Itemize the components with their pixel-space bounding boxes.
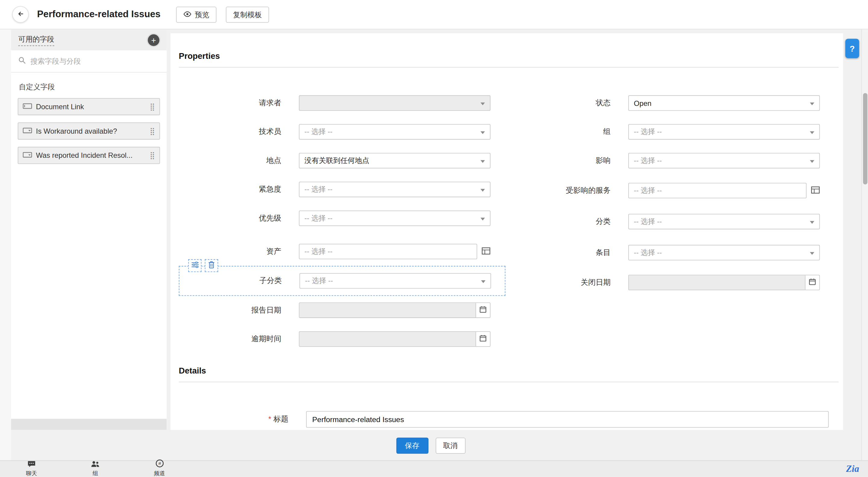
closed-date-input [628, 275, 820, 290]
chevron-down-icon [480, 189, 485, 191]
field-label: 资产 [179, 246, 281, 257]
form-row-affected-services: 受影响的服务 -- 选择 -- [508, 175, 821, 206]
chevron-down-icon [810, 131, 814, 134]
reported-date-input [299, 303, 490, 318]
urgency-select[interactable]: -- 选择 -- [299, 182, 490, 197]
form-row-reported-date: 报告日期 [179, 296, 491, 324]
chevron-down-icon [810, 160, 814, 163]
form-row-status: 状态 Open [508, 89, 821, 117]
asset-lookup[interactable]: -- 选择 -- [299, 244, 477, 259]
left-margin-strip [0, 29, 11, 460]
svg-text:#: # [158, 461, 161, 466]
calendar-button[interactable] [805, 275, 819, 290]
field-label: 状态 [508, 98, 611, 108]
field-label: 技术员 [179, 127, 281, 137]
field-label: 受影响的服务 [508, 185, 611, 196]
calendar-button[interactable] [475, 303, 490, 318]
eye-icon [183, 10, 192, 19]
back-button[interactable] [12, 6, 29, 23]
dock-item-label: 聊天 [26, 470, 37, 476]
asset-resource-picker-button[interactable] [481, 247, 491, 256]
status-select[interactable]: Open [628, 95, 820, 111]
impact-select[interactable]: -- 选择 -- [628, 153, 820, 168]
field-chip-label: Was reported Incident Resol... [36, 151, 146, 159]
calendar-button[interactable] [475, 332, 490, 346]
form-row-title: *标题 [179, 411, 829, 427]
form-row-closed-date: 关闭日期 [508, 268, 821, 297]
form-row-category: 分类 -- 选择 -- [508, 206, 821, 237]
title-input[interactable] [306, 411, 829, 427]
template-editor-page: Performance-related Issues 预览 复制模板 可用的字段… [0, 0, 868, 477]
resource-picker-icon [481, 247, 490, 256]
site-select[interactable]: 没有关联到任何地点 [299, 153, 490, 168]
group-select[interactable]: -- 选择 -- [628, 124, 820, 139]
cancel-button[interactable]: 取消 [435, 438, 465, 454]
field-settings-button[interactable] [188, 259, 202, 272]
field-chip-document-link[interactable]: Document Link ⣿ [18, 98, 160, 115]
delete-field-button[interactable] [205, 259, 218, 272]
subcategory-select[interactable]: -- 选择 -- [299, 273, 491, 289]
priority-select[interactable]: -- 选择 -- [299, 211, 490, 226]
field-label: 报告日期 [179, 305, 281, 315]
topbar: Performance-related Issues 预览 复制模板 [0, 0, 868, 29]
affected-services-lookup[interactable]: -- 选择 -- [628, 183, 806, 198]
drag-handle[interactable]: ⣿ [150, 152, 155, 159]
form-row-group: 组 -- 选择 -- [508, 117, 821, 146]
technician-select[interactable]: -- 选择 -- [299, 124, 490, 139]
form-canvas: Properties 请求者 技术员 -- 选择 -- [170, 33, 843, 430]
field-label: 紧急度 [179, 184, 281, 194]
selected-field-wrapper[interactable]: 子分类 -- 选择 -- [179, 266, 505, 296]
date-field [629, 275, 805, 290]
add-field-button[interactable]: + [148, 34, 159, 46]
chevron-down-icon [810, 102, 814, 105]
form-row-technician: 技术员 -- 选择 -- [179, 117, 491, 146]
chevron-down-icon [481, 280, 486, 283]
field-label: 子分类 [179, 276, 282, 286]
channel-icon: # [155, 459, 164, 470]
back-arrow-icon [16, 9, 25, 20]
zia-logo[interactable]: Zia [846, 464, 859, 475]
sidebar-header: 可用的字段 + [11, 29, 167, 50]
preview-button-label: 预览 [195, 10, 209, 20]
pick-list-icon [23, 151, 32, 160]
copy-template-button[interactable]: 复制模板 [226, 7, 269, 23]
field-settings-icon [191, 262, 198, 270]
drag-handle[interactable]: ⣿ [150, 127, 155, 135]
required-asterisk: * [268, 415, 271, 423]
preview-button[interactable]: 预览 [176, 7, 216, 23]
field-chip-was-reported-incident-resolved[interactable]: Was reported Incident Resol... ⣿ [18, 147, 160, 164]
form-row-due-time: 逾期时间 [179, 325, 491, 353]
due-time-input [299, 331, 490, 347]
dock-item-group[interactable]: 组 [79, 460, 112, 476]
search-icon [19, 56, 26, 66]
field-label: 优先级 [179, 213, 281, 223]
form-row-urgency: 紧急度 -- 选择 -- [179, 175, 491, 204]
dock-item-chat[interactable]: 聊天 [15, 460, 48, 476]
form-row-item: 条目 -- 选择 -- [508, 237, 821, 268]
title-field-label: *标题 [179, 414, 288, 424]
field-chip-is-workaround-available[interactable]: Is Workaround available? ⣿ [18, 122, 160, 140]
search-input[interactable] [30, 57, 159, 65]
services-resource-picker-button[interactable] [810, 186, 820, 195]
form-column-left: 请求者 技术员 -- 选择 -- 地点 [179, 89, 491, 354]
group-icon [91, 460, 99, 470]
resource-picker-icon [811, 186, 819, 195]
vertical-scrollbar[interactable] [861, 29, 868, 460]
form-column-right: 状态 Open 组 -- 选择 -- 影响 [508, 89, 821, 297]
help-button[interactable]: ? [845, 39, 859, 58]
date-field [299, 332, 475, 346]
field-label: 条目 [508, 248, 611, 258]
drag-handle[interactable]: ⣿ [150, 103, 155, 111]
form-row-impact: 影响 -- 选择 -- [508, 146, 821, 175]
chat-icon [27, 460, 36, 470]
dock-item-channel[interactable]: # 频道 [143, 459, 176, 476]
scrollbar-thumb[interactable] [863, 93, 867, 184]
save-button[interactable]: 保存 [396, 438, 428, 454]
item-select[interactable]: -- 选择 -- [628, 245, 820, 260]
trash-icon [208, 261, 215, 270]
dock-item-label: 频道 [154, 470, 165, 476]
details-heading: Details [179, 366, 839, 382]
sidebar-footer [11, 419, 167, 430]
category-select[interactable]: -- 选择 -- [628, 214, 820, 229]
requester-select [299, 95, 490, 111]
